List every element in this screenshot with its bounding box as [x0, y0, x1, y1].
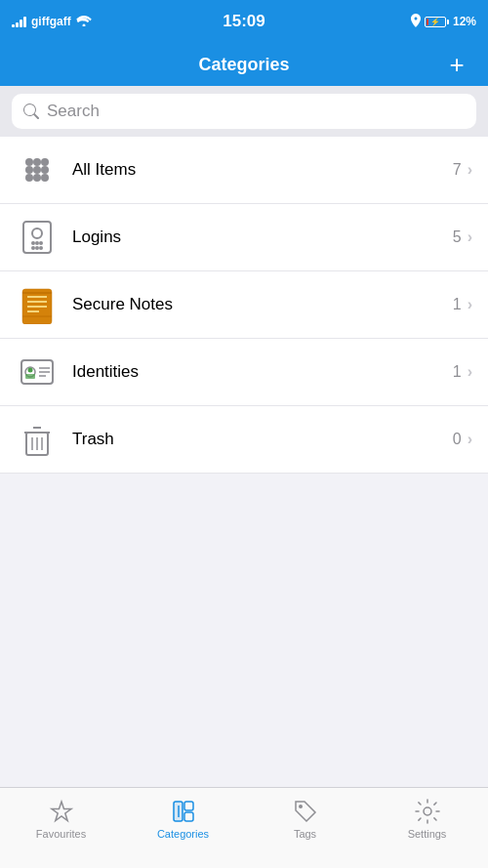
- categories-list: All Items 7 › Logins 5 ›: [0, 137, 488, 474]
- status-time: 15:09: [223, 12, 264, 31]
- list-item[interactable]: All Items 7 ›: [0, 137, 488, 204]
- add-category-button[interactable]: +: [441, 49, 472, 80]
- tab-favourites-label: Favourites: [36, 828, 86, 840]
- nav-bar: Categories +: [0, 43, 488, 86]
- battery-label: 12%: [453, 15, 476, 28]
- identities-chevron: ›: [468, 363, 472, 381]
- logins-icon: [16, 216, 59, 259]
- status-left: giffgaff: [12, 15, 92, 29]
- svg-point-43: [424, 807, 431, 815]
- svg-point-4: [33, 166, 41, 174]
- wifi-icon: [76, 15, 92, 29]
- svg-point-42: [299, 805, 303, 808]
- tags-icon: [292, 798, 319, 825]
- search-input[interactable]: [47, 102, 465, 121]
- carrier-label: giffgaff: [31, 15, 71, 28]
- tab-tags[interactable]: Tags: [244, 798, 366, 840]
- svg-point-8: [41, 174, 49, 182]
- all-items-icon: [16, 148, 59, 191]
- search-input-wrapper[interactable]: [12, 94, 476, 129]
- svg-point-1: [33, 158, 41, 166]
- all-items-count: 7: [453, 161, 462, 179]
- tab-settings-label: Settings: [408, 828, 447, 840]
- empty-space: [0, 474, 488, 766]
- svg-point-3: [25, 166, 33, 174]
- trash-icon: [16, 418, 59, 461]
- identities-count: 1: [453, 363, 462, 381]
- svg-point-11: [31, 241, 35, 245]
- favourites-icon: [48, 798, 75, 825]
- secure-notes-label: Secure Notes: [72, 295, 453, 314]
- tab-settings[interactable]: Settings: [366, 798, 488, 840]
- identities-label: Identities: [72, 362, 453, 382]
- svg-point-5: [41, 166, 49, 174]
- search-icon: [23, 103, 39, 119]
- logins-label: Logins: [72, 227, 453, 247]
- page-title: Categories: [47, 55, 441, 75]
- all-items-chevron: ›: [468, 161, 472, 179]
- battery-indicator: ⚡: [425, 17, 449, 27]
- svg-point-26: [28, 368, 33, 373]
- signal-icon: [12, 16, 26, 27]
- status-bar: giffgaff 15:09 ⚡ 12%: [0, 0, 488, 43]
- list-item[interactable]: Identities 1 ›: [0, 339, 488, 406]
- svg-point-15: [35, 246, 39, 250]
- svg-point-0: [25, 158, 33, 166]
- svg-point-2: [41, 158, 49, 166]
- svg-point-10: [32, 228, 42, 238]
- all-items-label: All Items: [72, 160, 453, 180]
- svg-point-12: [35, 241, 39, 245]
- tab-categories-label: Categories: [157, 828, 209, 840]
- secure-notes-chevron: ›: [468, 296, 472, 313]
- trash-label: Trash: [72, 430, 453, 449]
- identities-icon: [16, 351, 59, 393]
- svg-point-13: [39, 241, 43, 245]
- settings-icon: [414, 798, 441, 825]
- tab-bar: Favourites Categories Tags: [0, 787, 488, 868]
- svg-point-16: [39, 246, 43, 250]
- location-icon: [411, 14, 421, 30]
- tab-favourites[interactable]: Favourites: [0, 798, 122, 840]
- svg-point-6: [25, 174, 33, 182]
- tab-tags-label: Tags: [294, 828, 316, 840]
- categories-icon: [170, 798, 197, 825]
- secure-notes-icon: [16, 283, 59, 326]
- tab-categories[interactable]: Categories: [122, 798, 244, 840]
- status-right: ⚡ 12%: [411, 14, 476, 30]
- list-item[interactable]: Logins 5 ›: [0, 204, 488, 271]
- svg-point-14: [31, 246, 35, 250]
- svg-rect-41: [184, 812, 193, 821]
- svg-point-7: [33, 174, 41, 182]
- svg-rect-40: [184, 802, 193, 810]
- logins-chevron: ›: [468, 228, 472, 246]
- logins-count: 5: [453, 228, 462, 246]
- trash-chevron: ›: [468, 431, 472, 448]
- trash-count: 0: [453, 431, 462, 448]
- search-bar: [0, 86, 488, 137]
- list-item[interactable]: Secure Notes 1 ›: [0, 271, 488, 339]
- secure-notes-count: 1: [453, 296, 462, 313]
- svg-rect-27: [25, 374, 35, 379]
- list-item[interactable]: Trash 0 ›: [0, 406, 488, 474]
